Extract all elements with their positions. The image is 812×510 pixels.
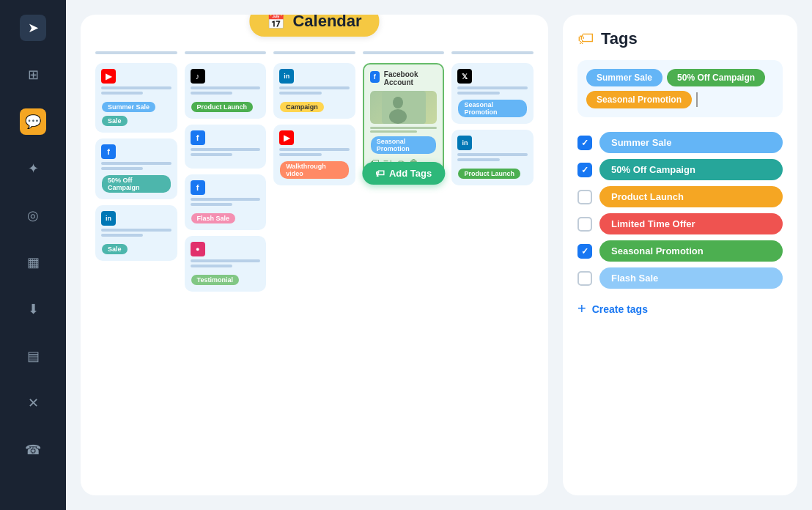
platform-badge-linkedin: in	[101, 211, 116, 226]
tag-list-item-limited-time[interactable]: Limited Time Offer	[577, 213, 783, 234]
checkbox-flash-sale[interactable]	[577, 271, 592, 286]
tag-list-item-product-launch[interactable]: Product Launch	[577, 186, 783, 207]
calendar-panel: 📅 Calendar ▶ Summer Sale Sale	[81, 15, 548, 495]
tools-icon: ✕	[28, 395, 39, 411]
line	[191, 92, 232, 95]
checkbox-limited-time[interactable]	[577, 217, 592, 232]
post-lines	[279, 86, 350, 95]
current-tag-50off[interactable]: 50% Off Campaign	[667, 69, 765, 86]
line	[101, 92, 143, 95]
sidebar-icon-support[interactable]: ☎	[20, 437, 46, 463]
tag-list-item-seasonal[interactable]: Seasonal Promotion	[577, 240, 783, 262]
sidebar-icon-messages[interactable]: 💬	[20, 108, 46, 135]
tag-product-launch-2: Product Launch	[458, 169, 520, 179]
sidebar-icon-chart[interactable]: ▦	[20, 249, 46, 276]
post-card[interactable]: ● Testimonial	[185, 236, 267, 292]
line	[101, 162, 171, 165]
messages-icon: 💬	[25, 114, 41, 130]
post-lines	[457, 86, 528, 95]
line	[457, 158, 499, 161]
active-post-card[interactable]: f Facebook Account Seasona	[363, 63, 445, 175]
target-icon: ◎	[27, 207, 39, 223]
platform-badge-twitter: 𝕏	[457, 69, 472, 84]
post-card[interactable]: in Campaign	[273, 63, 355, 119]
tag-testimonial: Testimonial	[191, 275, 239, 285]
post-card[interactable]: f Flash Sale	[185, 174, 267, 230]
checkbox-50off[interactable]	[577, 163, 592, 177]
platform-badge-facebook-active: f	[370, 71, 380, 83]
post-card[interactable]: ▶ Summer Sale Sale	[95, 63, 177, 133]
line	[101, 167, 143, 170]
download-icon: ⬇	[28, 301, 39, 317]
line	[191, 86, 261, 89]
line	[191, 148, 261, 151]
tag-icon: 🏷	[375, 168, 385, 179]
tag-label-product-launch: Product Launch	[599, 186, 783, 207]
sidebar-icon-download[interactable]: ⬇	[20, 296, 46, 322]
tag-list-item-flash-sale[interactable]: Flash Sale	[577, 267, 783, 289]
fb-card-header: f Facebook Account	[370, 70, 438, 86]
add-tags-button[interactable]: 🏷 Add Tags	[362, 162, 445, 185]
tag-label-50off: 50% Off Campaign	[599, 159, 783, 180]
line	[191, 203, 232, 206]
grid-icon: ⊞	[28, 67, 39, 83]
post-card[interactable]: in Sale	[95, 205, 177, 261]
line	[191, 198, 261, 201]
line	[457, 92, 499, 95]
svg-point-2	[389, 109, 407, 124]
platform-badge-youtube2: ▶	[279, 130, 294, 145]
platform-badge-facebook: f	[191, 130, 205, 145]
tag-list-item-summer-sale[interactable]: Summer Sale	[577, 132, 783, 153]
navigation-icon: ➤	[28, 20, 39, 36]
current-tag-seasonal[interactable]: Seasonal Promotion	[586, 91, 692, 108]
tag-label-summer-sale: Summer Sale	[599, 132, 783, 153]
post-lines	[101, 162, 171, 170]
sidebar-icon-tools[interactable]: ✕	[20, 390, 46, 416]
sidebar-icon-library[interactable]: ▤	[20, 343, 46, 369]
text-line	[370, 127, 438, 129]
fb-account-name: Facebook Account	[384, 70, 438, 86]
library-icon: ▤	[27, 348, 40, 364]
post-card[interactable]: ▶ Walkthrough video	[273, 125, 355, 185]
calendar-icon: 📅	[267, 15, 285, 30]
line	[191, 259, 261, 262]
current-tags-area: Summer Sale 50% Off Campaign Seasonal Pr…	[577, 60, 783, 117]
tag-seasonal-2: Seasonal Promotion	[458, 100, 527, 117]
post-lines	[191, 86, 261, 95]
text-cursor	[696, 92, 698, 107]
line	[279, 153, 321, 156]
add-tags-label: Add Tags	[389, 168, 432, 179]
main-content: 📅 Calendar ▶ Summer Sale Sale	[66, 0, 812, 510]
post-lines	[191, 148, 261, 156]
calendar-grid: ▶ Summer Sale Sale f 50% Off Campaign	[95, 51, 534, 481]
svg-point-1	[393, 97, 403, 108]
tag-list-item-50off[interactable]: 50% Off Campaign	[577, 159, 783, 180]
checkbox-seasonal[interactable]	[577, 244, 592, 259]
calendar-col-1: ▶ Summer Sale Sale f 50% Off Campaign	[95, 51, 177, 481]
post-card[interactable]: f 50% Off Campaign	[95, 138, 177, 199]
fb-card-image	[370, 91, 438, 124]
sidebar-icon-grid[interactable]: ⊞	[20, 62, 46, 88]
platform-badge-facebook2: f	[191, 180, 205, 195]
sidebar-icon-target[interactable]: ◎	[20, 202, 46, 229]
tag-sale-2: Sale	[102, 244, 128, 254]
post-card[interactable]: ♪ Product Launch	[185, 63, 267, 119]
col4-header-line	[363, 51, 445, 54]
current-tag-summer-sale[interactable]: Summer Sale	[586, 69, 662, 86]
post-card[interactable]: f	[185, 125, 267, 169]
post-card[interactable]: in Product Launch	[451, 130, 534, 185]
post-lines	[279, 148, 350, 156]
post-lines	[191, 259, 261, 267]
calendar-header: 📅 Calendar	[249, 15, 379, 37]
sidebar-icon-network[interactable]: ✦	[20, 155, 46, 182]
sidebar-icon-navigation[interactable]: ➤	[20, 15, 46, 41]
checkbox-summer-sale[interactable]	[577, 136, 592, 150]
checkbox-product-launch[interactable]	[577, 190, 592, 204]
platform-badge-instagram: ●	[191, 242, 205, 256]
create-tags-label: Create tags	[592, 303, 648, 315]
post-card[interactable]: 𝕏 Seasonal Promotion	[451, 63, 534, 124]
col2-header-line	[185, 51, 267, 54]
create-tags-button[interactable]: + Create tags	[577, 300, 783, 317]
platform-badge-youtube: ▶	[101, 69, 116, 84]
tag-label-limited-time: Limited Time Offer	[599, 213, 783, 234]
